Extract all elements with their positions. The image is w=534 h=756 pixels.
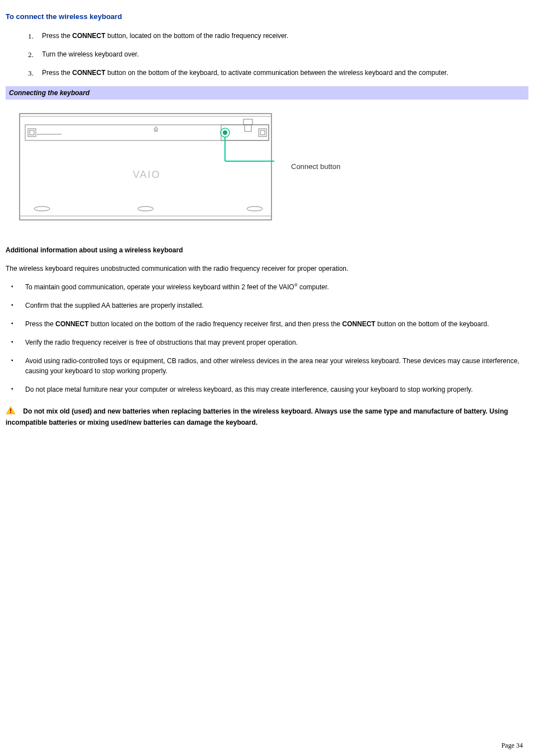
- svg-point-11: [223, 130, 227, 135]
- step-bold: CONNECT: [72, 32, 105, 40]
- bullet-text: Verify the radio frequency receiver is f…: [25, 339, 298, 346]
- bullet-item: To maintain good communication, operate …: [11, 282, 528, 292]
- bullet-text: To maintain good communication, operate …: [25, 283, 294, 291]
- step-number: 3.: [28, 68, 34, 79]
- svg-rect-3: [28, 129, 36, 137]
- svg-rect-12: [259, 129, 266, 137]
- bullet-text-mid: button located on the bottom of the radi…: [88, 320, 342, 328]
- svg-point-19: [247, 206, 263, 211]
- step-number: 1.: [28, 31, 34, 42]
- step-text-pre: Press the: [42, 69, 72, 77]
- figure-label: Connect button: [291, 161, 340, 172]
- warning-block: Do not mix old (used) and new batteries …: [6, 406, 528, 428]
- svg-rect-8: [243, 119, 252, 125]
- svg-point-18: [138, 206, 153, 211]
- svg-rect-4: [30, 130, 34, 135]
- warning-icon: [6, 406, 16, 417]
- bullet-item: Do not place metal furniture near your c…: [11, 384, 528, 395]
- svg-rect-0: [20, 114, 271, 220]
- svg-rect-22: [10, 412, 11, 413]
- bullet-text: Do not place metal furniture near your c…: [25, 386, 473, 393]
- step-text-post: button, located on the bottom of the rad…: [105, 32, 288, 40]
- svg-rect-21: [10, 408, 11, 411]
- intro-text: The wireless keyboard requires unobstruc…: [6, 264, 528, 274]
- bullet-text: Press the: [25, 320, 55, 328]
- bullet-item: Press the CONNECT button located on the …: [11, 319, 528, 329]
- bullet-bold: CONNECT: [342, 320, 375, 328]
- bullet-text-post: computer.: [298, 283, 329, 291]
- steps-list: 1. Press the CONNECT button, located on …: [6, 31, 528, 78]
- step-text-post: button on the bottom of the keyboard, to…: [105, 69, 448, 77]
- bullet-item: Avoid using radio-controlled toys or equ…: [11, 356, 528, 376]
- section-heading: To connect the wireless keyboard: [6, 11, 528, 22]
- step-text-pre: Turn the wireless keyboard over.: [42, 50, 139, 58]
- keyboard-diagram: VAIO: [17, 111, 274, 223]
- warning-text: Do not mix old (used) and new batteries …: [6, 407, 508, 426]
- bullet-list: To maintain good communication, operate …: [6, 282, 528, 395]
- step-item: 1. Press the CONNECT button, located on …: [28, 31, 528, 41]
- bullet-text: Avoid using radio-controlled toys or equ…: [25, 357, 519, 375]
- figure-caption: Connecting the keyboard: [6, 86, 528, 100]
- bullet-text: Confirm that the supplied AA batteries a…: [25, 302, 204, 309]
- step-item: 2. Turn the wireless keyboard over.: [28, 49, 528, 59]
- step-item: 3. Press the CONNECT button on the botto…: [28, 68, 528, 78]
- subheading: Additional information about using a wir…: [6, 245, 528, 255]
- svg-point-17: [34, 206, 50, 211]
- figure-container: VAIO Connect button: [17, 111, 528, 223]
- step-text-pre: Press the: [42, 32, 72, 40]
- svg-rect-2: [25, 125, 269, 140]
- bullet-item: Verify the radio frequency receiver is f…: [11, 337, 528, 348]
- bullet-bold: CONNECT: [55, 320, 88, 328]
- svg-rect-13: [260, 130, 265, 135]
- bullet-item: Confirm that the supplied AA batteries a…: [11, 300, 528, 311]
- bullet-text-post: button on the bottom of the keyboard.: [376, 320, 489, 328]
- step-number: 2.: [28, 49, 34, 60]
- step-bold: CONNECT: [72, 69, 105, 77]
- svg-text:VAIO: VAIO: [133, 169, 161, 180]
- svg-rect-9: [245, 125, 251, 132]
